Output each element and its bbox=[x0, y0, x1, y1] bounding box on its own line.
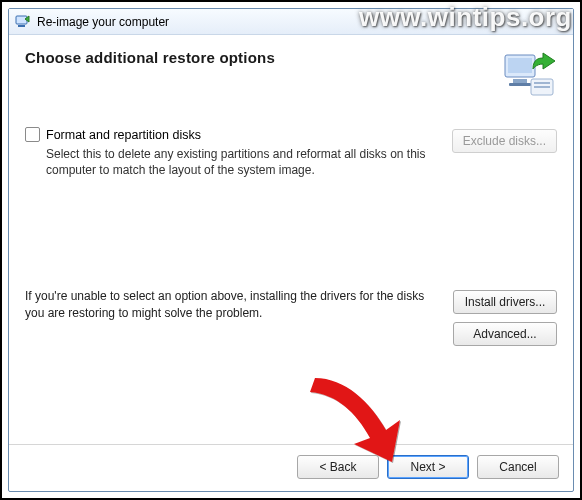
window-title: Re-image your computer bbox=[37, 15, 169, 29]
svg-rect-8 bbox=[534, 86, 550, 88]
exclude-disks-button[interactable]: Exclude disks... bbox=[452, 129, 557, 153]
svg-rect-7 bbox=[534, 82, 550, 84]
advanced-button[interactable]: Advanced... bbox=[453, 322, 557, 346]
content-area: Choose additional restore options bbox=[9, 35, 573, 444]
driver-help-text: If you're unable to select an option abo… bbox=[25, 288, 437, 320]
cancel-button[interactable]: Cancel bbox=[477, 455, 559, 479]
svg-rect-3 bbox=[508, 58, 532, 73]
dialog-window: Re-image your computer Choose additional… bbox=[8, 8, 574, 492]
svg-rect-0 bbox=[16, 16, 27, 24]
page-heading: Choose additional restore options bbox=[25, 49, 275, 66]
install-drivers-button[interactable]: Install drivers... bbox=[453, 290, 557, 314]
restore-icon bbox=[501, 49, 557, 101]
svg-rect-1 bbox=[18, 25, 25, 27]
next-button[interactable]: Next > bbox=[387, 455, 469, 479]
svg-rect-5 bbox=[509, 83, 531, 86]
app-icon bbox=[15, 14, 31, 30]
wizard-footer: < Back Next > Cancel bbox=[9, 444, 573, 491]
format-repartition-label: Format and repartition disks bbox=[46, 128, 201, 142]
back-button[interactable]: < Back bbox=[297, 455, 379, 479]
format-repartition-description: Select this to delete any existing parti… bbox=[46, 146, 436, 178]
svg-rect-4 bbox=[513, 79, 527, 83]
titlebar: Re-image your computer bbox=[9, 9, 573, 35]
format-repartition-checkbox[interactable] bbox=[25, 127, 40, 142]
